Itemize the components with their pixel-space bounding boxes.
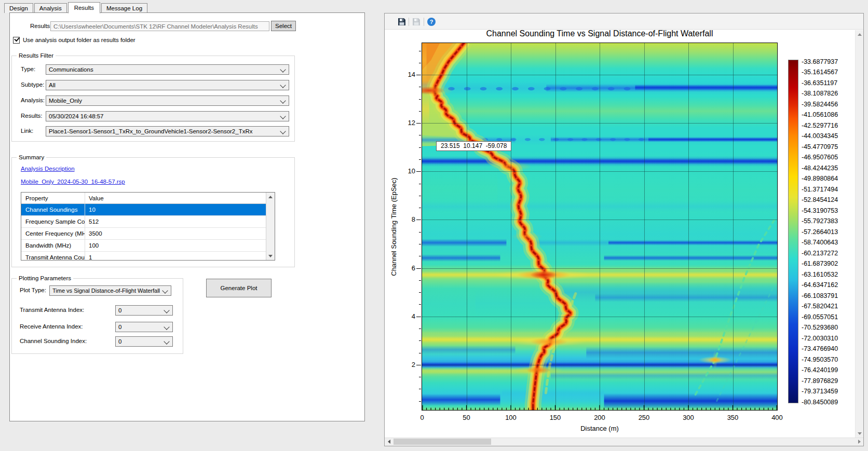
scroll-up-icon[interactable] — [856, 30, 863, 38]
table-row[interactable]: Channel Soundings10 — [21, 204, 275, 216]
y-minor-tick — [419, 159, 421, 160]
colorbar-label: -63.1610532 — [802, 271, 853, 278]
scroll-left-icon[interactable] — [385, 438, 393, 446]
tab-strip: DesignAnalysisResultsMessage Log — [4, 2, 148, 13]
generate-plot-button[interactable]: Generate Plot — [206, 279, 272, 297]
rf-channel-modeler-window: DesignAnalysisResultsMessage Log Results… — [0, 0, 868, 451]
y-minor-tick — [419, 208, 421, 208]
y-minor-tick — [419, 304, 421, 305]
y-major-tick — [416, 75, 421, 75]
horizontal-scrollbar-thumb[interactable] — [394, 439, 491, 445]
y-minor-tick — [419, 244, 421, 244]
table-row[interactable]: Transmit Antenna Count1 — [21, 252, 275, 261]
x-tick-label: 350 — [723, 414, 743, 421]
colorbar — [788, 60, 798, 403]
colorbar-label: -73.4766940 — [802, 345, 853, 352]
scroll-right-icon[interactable] — [855, 438, 863, 446]
filter-value-4: Place1-Sensor1-Sensor1_TxRx_to_GroundVeh… — [49, 128, 252, 134]
select-folder-button[interactable]: Select — [271, 21, 296, 31]
filter-label-4: Link: — [21, 128, 33, 134]
tab-design[interactable]: Design — [4, 3, 33, 13]
y-minor-tick — [419, 389, 421, 389]
colorbar-label: -48.4244235 — [802, 165, 853, 172]
colorbar-label: -45.4770975 — [802, 143, 853, 151]
analysis-file-link[interactable]: Mobile_Only_2024-05-30_16-48-57.rsp — [21, 179, 125, 185]
tab-results[interactable]: Results — [68, 2, 100, 13]
y-major-tick — [416, 220, 421, 220]
chevron-down-icon — [280, 66, 286, 72]
waterfall-heatmap[interactable] — [422, 43, 778, 411]
y-minor-tick — [419, 196, 421, 196]
vertical-scrollbar[interactable] — [855, 30, 863, 438]
table-row[interactable]: Bandwidth (MHz)100 — [21, 240, 275, 252]
filter-combo-subtype[interactable]: All — [46, 80, 289, 90]
y-major-tick — [416, 268, 421, 269]
x-tick-label: 100 — [500, 414, 521, 421]
y-tick-label: 14 — [401, 71, 415, 78]
colorbar-label: -66.1083791 — [802, 292, 853, 299]
y-major-tick — [416, 365, 421, 365]
colorbar-label: -77.8976829 — [802, 377, 853, 385]
y-minor-tick — [419, 147, 421, 148]
save-disabled-icon — [412, 17, 421, 26]
index-combo-2[interactable]: 0 — [115, 336, 173, 347]
plot-type-value: Time vs Signal Distance-of-Flight Waterf… — [52, 288, 160, 294]
tab-message-log[interactable]: Message Log — [101, 3, 147, 13]
filter-combo-type[interactable]: Communications — [46, 64, 289, 75]
index-value-1: 0 — [118, 324, 121, 330]
table-scrollbar[interactable] — [266, 193, 275, 260]
table-row[interactable]: Frequency Sample Count512 — [21, 216, 275, 228]
y-minor-tick — [419, 87, 421, 87]
filter-combo-analysis[interactable]: Mobile_Only — [46, 95, 289, 106]
filter-combo-results[interactable]: 05/30/2024 16:48:57 — [46, 111, 289, 121]
y-major-tick — [416, 171, 421, 172]
colorbar-label: -79.3713459 — [802, 388, 853, 395]
use-output-folder-label: Use analysis output folder as results fo… — [23, 37, 135, 43]
chevron-down-icon — [280, 82, 286, 88]
colorbar-label: -39.5824456 — [802, 101, 853, 108]
colorbar-label: -33.6877937 — [802, 58, 853, 65]
table-cell-value: 3500 — [85, 230, 275, 237]
index-combo-1[interactable]: 0 — [115, 322, 173, 332]
colorbar-label: -41.0561086 — [802, 111, 853, 118]
colorbar-label: -64.6347162 — [802, 281, 853, 289]
chevron-down-icon — [164, 307, 169, 313]
filter-combo-link[interactable]: Place1-Sensor1-Sensor1_TxRx_to_GroundVeh… — [46, 126, 289, 136]
y-minor-tick — [419, 99, 421, 100]
chart-title: Channel Sounding Time vs Signal Distance… — [422, 29, 777, 38]
table-row[interactable]: Center Frequency (MHz)3500 — [21, 228, 275, 240]
colorbar-label: -35.1614567 — [802, 69, 853, 76]
index-value-0: 0 — [118, 307, 121, 313]
plot-type-combo[interactable]: Time vs Signal Distance-of-Flight Waterf… — [49, 285, 171, 296]
results-folder-input[interactable]: C:\Users\swheeler\Documents\STK 12\RF Ch… — [50, 21, 269, 31]
y-major-tick — [416, 317, 421, 317]
toolbar-separator — [424, 18, 424, 26]
index-combo-0[interactable]: 0 — [115, 305, 173, 316]
help-icon[interactable]: ? — [427, 17, 436, 26]
table-cell-property: Frequency Sample Count — [21, 218, 85, 225]
scroll-up-icon[interactable] — [266, 193, 275, 201]
index-label-1: Receive Antenna Index: — [20, 323, 83, 330]
y-minor-tick — [419, 111, 421, 112]
chevron-down-icon — [164, 338, 169, 344]
colorbar-label: -58.7400643 — [802, 239, 853, 246]
y-minor-tick — [419, 353, 421, 353]
checkmark-icon — [14, 36, 19, 42]
colorbar-label: -55.7927383 — [802, 217, 853, 225]
filter-value-1: All — [49, 82, 56, 88]
plot-type-label: Plot Type: — [20, 287, 46, 293]
toolbar-separator — [409, 18, 409, 26]
chevron-down-icon — [280, 128, 286, 134]
scroll-down-icon[interactable] — [856, 429, 863, 438]
svg-text:?: ? — [430, 19, 433, 25]
colorbar-label: -46.9507605 — [802, 154, 853, 161]
save-icon[interactable] — [397, 17, 406, 26]
y-minor-tick — [419, 135, 421, 135]
colorbar-label: -76.4240199 — [802, 366, 853, 374]
x-tick-label: 300 — [678, 414, 699, 421]
use-output-folder-checkbox[interactable] — [13, 37, 20, 44]
tab-analysis[interactable]: Analysis — [34, 3, 67, 13]
filter-label-3: Results: — [21, 113, 43, 119]
scroll-down-icon[interactable] — [266, 252, 275, 260]
analysis-description-link[interactable]: Analysis Description — [21, 166, 75, 172]
